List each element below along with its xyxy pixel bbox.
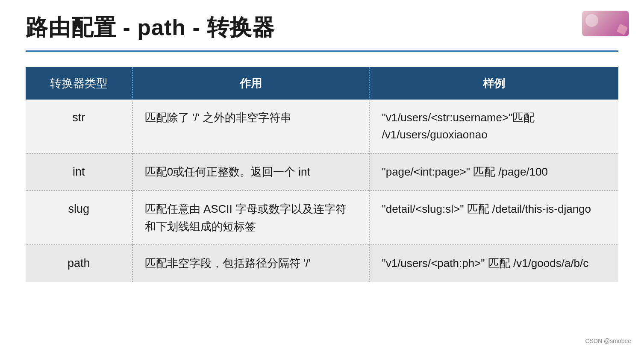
cell-type-2: slug (26, 191, 132, 245)
table-row: int匹配0或任何正整数。返回一个 int"page/<int:page>" 匹… (26, 153, 618, 191)
table-row: path匹配非空字段，包括路径分隔符 '/'"v1/users/<path:ph… (26, 245, 618, 282)
header-type: 转换器类型 (26, 67, 132, 100)
page-title: 路由配置 - path - 转换器 (26, 13, 618, 43)
title-divider (26, 50, 618, 52)
cell-example-2: "detail/<slug:sl>" 匹配 /detail/this-is-dj… (369, 191, 618, 245)
cell-type-0: str (26, 100, 132, 153)
cell-type-1: int (26, 153, 132, 191)
page-container: 路由配置 - path - 转换器 转换器类型 作用 样例 str匹配除了 '/… (0, 0, 644, 352)
header-desc: 作用 (132, 67, 370, 100)
cell-type-3: path (26, 245, 132, 282)
logo-area (580, 9, 631, 38)
table-row: slug匹配任意由 ASCII 字母或数字以及连字符和下划线组成的短标签"det… (26, 191, 618, 245)
cell-example-0: "v1/users/<str:username>"匹配 /v1/users/gu… (369, 100, 618, 153)
cell-example-3: "v1/users/<path:ph>" 匹配 /v1/goods/a/b/c (369, 245, 618, 282)
converter-table: 转换器类型 作用 样例 str匹配除了 '/' 之外的非空字符串"v1/user… (26, 67, 618, 282)
header-example: 样例 (369, 67, 618, 100)
table-wrapper: 转换器类型 作用 样例 str匹配除了 '/' 之外的非空字符串"v1/user… (26, 67, 618, 282)
table-header-row: 转换器类型 作用 样例 (26, 67, 618, 100)
cell-desc-1: 匹配0或任何正整数。返回一个 int (132, 153, 370, 191)
cell-desc-0: 匹配除了 '/' 之外的非空字符串 (132, 100, 370, 153)
cell-desc-2: 匹配任意由 ASCII 字母或数字以及连字符和下划线组成的短标签 (132, 191, 370, 245)
watermark: CSDN @smobee (585, 337, 631, 344)
cell-desc-3: 匹配非空字段，包括路径分隔符 '/' (132, 245, 370, 282)
table-row: str匹配除了 '/' 之外的非空字符串"v1/users/<str:usern… (26, 100, 618, 153)
logo-image (582, 11, 629, 36)
cell-example-1: "page/<int:page>" 匹配 /page/100 (369, 153, 618, 191)
